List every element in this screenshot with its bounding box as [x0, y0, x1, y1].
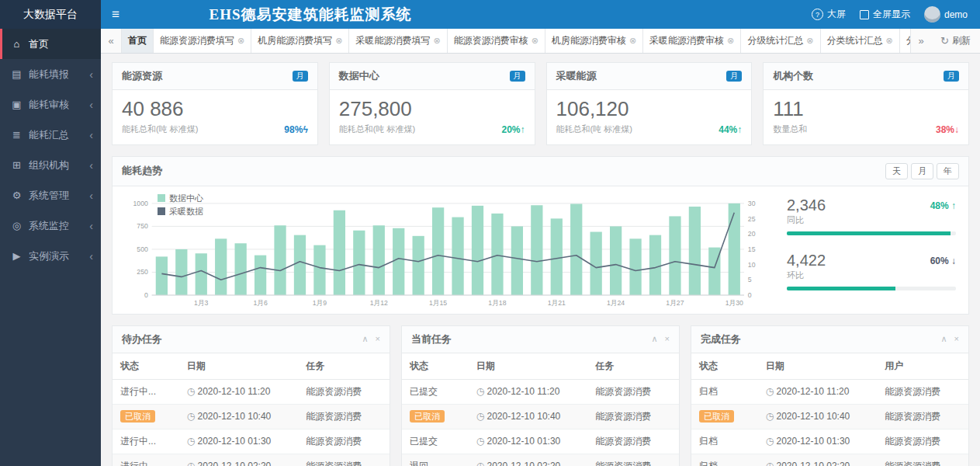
sidebar: ⌂ 首页 ▤ 能耗填报 ‹ ▣ 能耗审核 ‹ ≣ 能耗汇总 ‹ ⊞ 组织机构 ‹… — [0, 29, 101, 466]
svg-text:1月3: 1月3 — [194, 299, 208, 307]
tab-energy-consume-audit[interactable]: 能源资源消费审核 ⊗ — [448, 29, 545, 53]
tab-close-icon[interactable]: ⊗ — [433, 36, 440, 46]
mom-progress-bar — [787, 287, 956, 290]
panel-title: 待办任务 — [122, 332, 162, 346]
chevron-left-icon: ‹ — [89, 160, 93, 171]
stat-percent: 38%↓ — [936, 124, 959, 135]
tab-heating-energy-fill[interactable]: 采暖能源消费填写 ⊗ — [349, 29, 447, 53]
table-row: 归档 2020-12-10 11:20 能源资源消费 — [691, 379, 968, 404]
close-icon[interactable]: × — [954, 334, 959, 344]
brand-title: 大数据平台 — [0, 0, 101, 29]
yoy-label: 同比 — [787, 214, 826, 226]
fullscreen-button[interactable]: 全屏显示 — [860, 8, 910, 21]
sidebar-item-label: 能耗审核 — [29, 98, 69, 112]
task-cell: 能源资源消费 — [298, 429, 390, 454]
svg-text:1月24: 1月24 — [607, 299, 625, 307]
sidebar-item-label: 系统管理 — [29, 189, 69, 203]
sidebar-item-organization[interactable]: ⊞ 组织机构 ‹ — [0, 150, 101, 180]
legend-label: 数据中心 — [169, 193, 203, 204]
tab-close-icon[interactable]: ⊗ — [237, 36, 244, 46]
sidebar-item-energy-fill[interactable]: ▤ 能耗填报 ‹ — [0, 59, 101, 89]
tab-room-energy-audit[interactable]: 机房能源消费审核 ⊗ — [545, 29, 643, 53]
task-cell: 能源资源消费 — [877, 404, 968, 429]
status-badge: 已取消 — [699, 410, 734, 423]
sidebar-item-system-management[interactable]: ⚙ 系统管理 ‹ — [0, 180, 101, 210]
panel-title: 能耗趋势 — [122, 164, 162, 178]
tab-close-icon[interactable]: ⊗ — [886, 36, 893, 46]
org-icon: ⊞ — [11, 159, 23, 171]
legend-item-heating[interactable]: 采暖数据 — [158, 206, 203, 217]
sidebar-item-energy-summary[interactable]: ≣ 能耗汇总 ‹ — [0, 120, 101, 150]
list-icon: ≣ — [11, 129, 23, 141]
tab-close-icon[interactable]: ⊗ — [335, 36, 342, 46]
card-title: 采暖能源 — [556, 69, 597, 83]
tab-class-stats-summary[interactable]: 分类统计汇总 ⊗ — [821, 29, 900, 53]
task-panels-row: 待办任务 ∧ × 状态 日期 任务 — [112, 325, 969, 466]
date-cell: 2020-12-10 02:20 — [179, 454, 299, 466]
chevron-left-icon: ‹ — [89, 221, 93, 231]
user-menu[interactable]: demo — [924, 6, 968, 23]
table-row: 已取消 2020-12-10 10:40 能源资源消费 — [113, 404, 390, 429]
svg-text:1月27: 1月27 — [666, 299, 684, 307]
sidebar-item-system-monitor[interactable]: ◎ 系统监控 ‹ — [0, 210, 101, 241]
task-cell: 能源资源消费 — [587, 454, 679, 466]
refresh-button[interactable]: ↻ 刷新 — [931, 29, 980, 53]
table-row: 归档 2020-12-10 01:30 能源资源消费 — [691, 429, 968, 454]
sidebar-item-energy-audit[interactable]: ▣ 能耗审核 ‹ — [0, 89, 101, 120]
topbar-actions: ? 大屏 全屏显示 demo — [812, 6, 980, 23]
tab-close-icon[interactable]: ⊗ — [629, 36, 636, 46]
range-day-button[interactable]: 天 — [885, 163, 908, 179]
svg-text:1月9: 1月9 — [313, 299, 327, 307]
gear-icon: ⚙ — [11, 190, 23, 201]
tab-label: 分级统计汇总 — [747, 34, 803, 47]
tabs-scroll-left-icon[interactable]: « — [101, 29, 122, 53]
stat-card-heating-energy: 采暖能源 月 106,120 能耗总和(吨 标准煤) 44%↑ — [546, 62, 753, 145]
tab-level-stats-summary[interactable]: 分级统计汇总 ⊗ — [741, 29, 820, 53]
stat-card-data-center: 数据中心 月 275,800 能耗总和(吨 标准煤) 20%↑ — [329, 62, 535, 145]
legend-label: 采暖数据 — [169, 206, 203, 217]
tab-class-summary-audit[interactable]: 分类汇总审核 ⊗ — [900, 29, 910, 53]
tab-close-icon[interactable]: ⊗ — [727, 36, 734, 46]
collapse-icon[interactable]: ∧ — [362, 334, 369, 344]
sidebar-item-demo[interactable]: ▶ 实例演示 ‹ — [0, 241, 101, 271]
col-status: 状态 — [402, 353, 469, 380]
mom-label: 环比 — [787, 270, 826, 281]
tab-energy-consume-fill[interactable]: 能源资源消费填写 ⊗ — [154, 29, 251, 53]
table-row: 已提交 2020-12-10 01:30 能源资源消费 — [402, 429, 679, 454]
task-cell: 能源资源消费 — [298, 379, 390, 404]
close-icon[interactable]: × — [376, 334, 380, 344]
period-badge: 月 — [510, 71, 525, 82]
stat-percent: 44%↑ — [719, 124, 742, 135]
range-year-button[interactable]: 年 — [937, 163, 959, 179]
tab-close-icon[interactable]: ⊗ — [532, 36, 538, 46]
chevron-left-icon: ‹ — [89, 69, 93, 80]
legend-item-datacenter[interactable]: 数据中心 — [158, 193, 203, 204]
collapse-icon[interactable]: ∧ — [941, 334, 947, 344]
menu-toggle-icon[interactable]: ≡ — [101, 7, 130, 23]
svg-text:1月30: 1月30 — [725, 299, 743, 307]
tab-room-energy-fill[interactable]: 机房能源消费填写 ⊗ — [251, 29, 349, 53]
sidebar-item-label: 能耗填报 — [29, 68, 69, 82]
range-month-button[interactable]: 月 — [911, 163, 933, 179]
tab-home[interactable]: 首页 — [122, 29, 154, 53]
col-date: 日期 — [469, 353, 588, 380]
sidebar-item-home[interactable]: ⌂ 首页 — [0, 29, 101, 59]
card-title: 数据中心 — [339, 69, 379, 83]
monitor-icon: ◎ — [11, 220, 23, 231]
close-icon[interactable]: × — [665, 334, 670, 344]
tab-close-icon[interactable]: ⊗ — [806, 36, 813, 46]
task-cell: 能源资源消费 — [587, 379, 679, 404]
tabs-scroll-right-icon[interactable]: » — [910, 29, 931, 53]
todo-tasks-panel: 待办任务 ∧ × 状态 日期 任务 — [112, 325, 390, 466]
tab-heating-energy-audit[interactable]: 采暖能源消费审核 ⊗ — [643, 29, 741, 53]
stat-percent: 20%↑ — [501, 124, 525, 135]
task-cell: 能源资源消费 — [587, 404, 679, 429]
arrow-up-icon: ↑ — [951, 200, 956, 211]
bigscreen-button[interactable]: ? 大屏 — [812, 8, 846, 21]
sidebar-item-label: 能耗汇总 — [29, 128, 69, 142]
collapse-icon[interactable]: ∧ — [652, 334, 658, 344]
date-cell: 2020-12-10 11:20 — [469, 379, 588, 404]
app-title: EHS德易安建筑能耗监测系统 — [109, 5, 512, 25]
yoy-percent: 48% ↑ — [930, 200, 956, 211]
stat-card-org-count: 机构个数 月 111 数量总和 38%↓ — [763, 62, 969, 145]
